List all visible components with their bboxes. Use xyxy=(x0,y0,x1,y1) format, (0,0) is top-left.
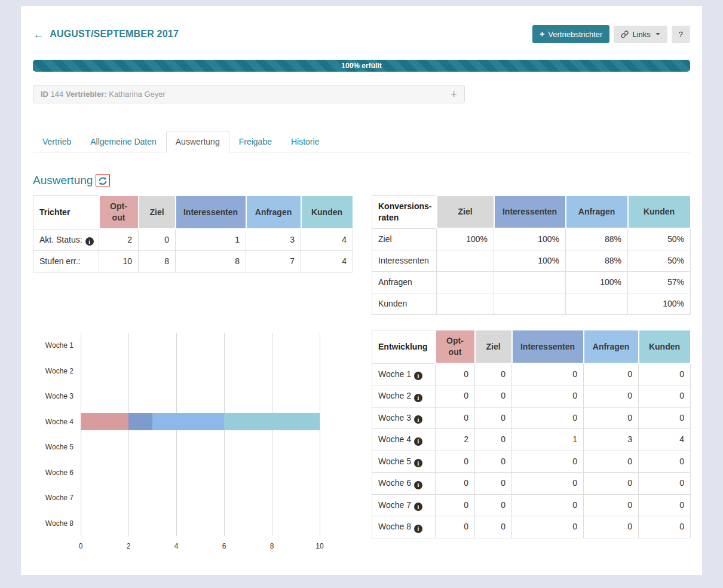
cell-anfragen: 0 xyxy=(584,363,639,385)
info-icon[interactable] xyxy=(414,437,422,446)
cell-anfragen: 0 xyxy=(584,407,639,429)
table-row: Woche 4 2 0 1 3 4 xyxy=(372,429,691,451)
info-icon[interactable] xyxy=(414,372,422,380)
chart-bar-row xyxy=(81,333,320,359)
cell-kunden: 0 xyxy=(639,385,691,408)
cell-interessenten: 100% xyxy=(494,250,566,272)
row-label-cell: Akt. Status: xyxy=(33,229,99,251)
cell-interessenten: 1 xyxy=(176,229,246,251)
row-label-cell: Woche 7 xyxy=(372,494,436,516)
chart-xaxis: 0246810 xyxy=(81,542,320,553)
owner-box-text: ID 144 Vertriebler: Katharina Geyer xyxy=(41,90,166,99)
row-label: Woche 1 xyxy=(378,369,411,379)
cell-anfragen: 88% xyxy=(566,250,628,272)
row-label: Woche 2 xyxy=(378,391,411,400)
cell-anfragen: 3 xyxy=(584,429,639,451)
column-header-ziel: Ziel xyxy=(475,330,512,363)
cell-ziel: 0 xyxy=(475,516,512,538)
column-header-interessenten: Interessenten xyxy=(512,330,584,363)
column-header-anfragen: Anfragen xyxy=(584,330,639,363)
tab-allgemeine-daten[interactable]: Allgemeine Daten xyxy=(81,131,166,152)
trichter-table: Trichter Opt-out Ziel Interessenten Anfr… xyxy=(33,195,354,272)
tab-vertrieb[interactable]: Vertrieb xyxy=(33,131,81,152)
info-icon[interactable] xyxy=(414,503,422,511)
row-label-cell: Stufen err.: xyxy=(33,251,99,272)
add-vertriebstrichter-button[interactable]: + Vertriebstrichter xyxy=(532,25,609,43)
x-tick-label: 4 xyxy=(174,542,179,550)
tab-freigabe[interactable]: Freigabe xyxy=(229,131,281,152)
info-icon[interactable] xyxy=(414,394,422,402)
weekly-bar-chart: Woche 1Woche 2Woche 3Woche 4Woche 5Woche… xyxy=(33,333,353,553)
links-label: Links xyxy=(632,30,650,38)
chevron-down-icon xyxy=(655,33,660,35)
info-icon[interactable] xyxy=(85,237,94,246)
info-icon[interactable] xyxy=(414,481,422,489)
table-row: Akt. Status: 2 0 1 3 4 xyxy=(33,229,353,251)
progress-bar: 100% erfüllt xyxy=(33,60,690,72)
cell-anfragen: 88% xyxy=(566,228,628,250)
table-row: Interessenten 100% 88% 50% xyxy=(372,250,691,272)
cell-optout: 0 xyxy=(436,451,475,473)
vertriebler-select[interactable]: ID 144 Vertriebler: Katharina Geyer + xyxy=(33,85,465,103)
owner-add-icon[interactable]: + xyxy=(451,90,457,99)
chart-bar-row xyxy=(81,485,320,511)
help-button[interactable]: ? xyxy=(672,26,690,43)
row-label-cell: Woche 2 xyxy=(372,385,436,408)
table-row: Stufen err.: 10 8 8 7 4 xyxy=(33,251,353,272)
y-axis-label: Woche 2 xyxy=(33,359,81,384)
cell-interessenten: 0 xyxy=(512,516,584,538)
link-icon xyxy=(621,30,629,38)
row-label: Woche 6 xyxy=(378,478,411,488)
table-row: Woche 5 0 0 0 0 0 xyxy=(372,451,691,473)
entwicklung-table-title: Entwicklung xyxy=(372,330,436,363)
cell-kunden: 50% xyxy=(628,228,691,250)
table-row: Woche 2 0 0 0 0 0 xyxy=(372,385,691,408)
bar-segment-kunden xyxy=(224,413,320,430)
cell-anfragen xyxy=(566,293,628,315)
row-label: Woche 3 xyxy=(378,413,411,422)
info-icon[interactable] xyxy=(414,525,422,533)
links-dropdown-button[interactable]: Links xyxy=(614,26,667,43)
column-header-opt-out: Opt-out xyxy=(436,330,475,363)
refresh-icon[interactable] xyxy=(98,176,108,186)
chart-bar-row xyxy=(81,460,320,486)
cell-kunden: 4 xyxy=(639,429,691,451)
info-icon[interactable] xyxy=(414,459,422,467)
cell-anfragen: 3 xyxy=(246,229,301,251)
tab-bar: Vertrieb Allgemeine Daten Auswertung Fre… xyxy=(33,131,690,152)
info-icon[interactable] xyxy=(414,415,422,424)
cell-ziel: 0 xyxy=(139,229,176,251)
cell-kunden: 4 xyxy=(301,229,353,251)
cell-optout: 0 xyxy=(436,516,475,538)
chart-bar-row xyxy=(81,384,320,409)
row-label: Akt. Status: xyxy=(39,235,82,244)
bar-segment-interessenten xyxy=(128,413,152,430)
cell-optout: 0 xyxy=(436,385,475,408)
tab-historie[interactable]: Historie xyxy=(281,131,329,152)
help-label: ? xyxy=(679,30,683,38)
back-arrow-icon[interactable]: ← xyxy=(33,29,44,40)
column-header-anfragen: Anfragen xyxy=(246,195,301,229)
column-header-anfragen: Anfragen xyxy=(566,195,628,228)
column-header-kunden: Kunden xyxy=(301,195,353,229)
cell-kunden: 0 xyxy=(639,407,691,429)
cell-kunden: 0 xyxy=(639,494,691,516)
tab-auswertung[interactable]: Auswertung xyxy=(166,131,229,152)
column-header-ziel: Ziel xyxy=(437,195,494,228)
row-label: Woche 7 xyxy=(378,500,411,510)
row-label: Woche 5 xyxy=(378,457,411,466)
row-label: Ziel xyxy=(372,228,437,250)
cell-ziel xyxy=(437,293,494,315)
cell-anfragen: 0 xyxy=(584,451,639,473)
cell-interessenten: 0 xyxy=(512,451,584,473)
cell-ziel: 0 xyxy=(475,494,512,516)
y-axis-label: Woche 6 xyxy=(33,460,81,486)
x-tick-label: 2 xyxy=(127,542,131,550)
table-row: Ziel 100% 100% 88% 50% xyxy=(372,228,691,250)
row-label-cell: Woche 5 xyxy=(372,451,436,473)
table-row: Woche 7 0 0 0 0 0 xyxy=(372,494,691,516)
table-row: Woche 8 0 0 0 0 0 xyxy=(372,516,691,538)
table-row: Woche 1 0 0 0 0 0 xyxy=(372,363,691,385)
row-label-cell: Woche 8 xyxy=(372,516,436,538)
cell-interessenten xyxy=(494,272,566,293)
